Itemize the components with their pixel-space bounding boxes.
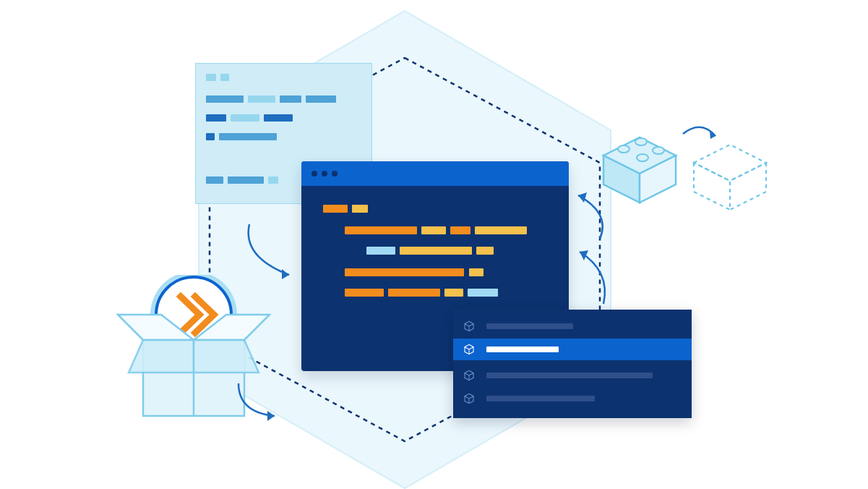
code-token xyxy=(220,74,229,81)
code-token xyxy=(345,289,384,297)
code-token xyxy=(206,177,223,184)
code-token xyxy=(476,247,494,255)
svg-marker-17 xyxy=(694,145,766,181)
cube-icon xyxy=(463,320,475,332)
svg-marker-23 xyxy=(580,250,588,260)
svg-marker-22 xyxy=(578,192,587,203)
list-item xyxy=(453,388,692,409)
code-token xyxy=(206,114,226,122)
code-token xyxy=(444,289,463,297)
svg-point-13 xyxy=(618,145,629,153)
autocomplete-popup xyxy=(453,310,692,418)
code-token xyxy=(248,95,275,103)
list-item-label xyxy=(486,346,559,352)
code-token xyxy=(231,114,259,122)
code-token xyxy=(352,205,368,213)
brick-solid-icon xyxy=(603,137,676,203)
code-token xyxy=(264,114,293,122)
svg-marker-19 xyxy=(730,163,766,210)
code-token xyxy=(468,289,498,297)
code-token xyxy=(388,289,440,297)
code-token xyxy=(345,268,464,276)
list-item-label xyxy=(486,373,653,378)
list-item xyxy=(453,365,692,386)
code-token xyxy=(421,226,446,234)
list-item xyxy=(453,315,692,337)
svg-marker-21 xyxy=(267,411,275,421)
code-token xyxy=(306,95,336,103)
code-token xyxy=(366,247,395,255)
list-item-label xyxy=(486,396,595,401)
illustration-canvas xyxy=(0,0,868,489)
cube-icon xyxy=(463,370,475,381)
svg-point-14 xyxy=(635,138,647,145)
svg-marker-8 xyxy=(129,340,194,373)
svg-marker-20 xyxy=(282,269,289,279)
code-token xyxy=(475,226,527,234)
list-item-selected xyxy=(453,339,692,360)
code-token xyxy=(206,133,215,140)
cube-icon xyxy=(463,344,475,355)
svg-point-15 xyxy=(637,154,648,161)
code-token xyxy=(268,177,278,184)
code-token xyxy=(228,177,264,184)
code-token xyxy=(280,95,301,103)
svg-marker-18 xyxy=(694,163,730,210)
code-token xyxy=(345,226,417,234)
code-token xyxy=(323,205,348,213)
flow-arrow xyxy=(239,217,311,289)
code-token xyxy=(469,268,484,276)
flow-arrow xyxy=(571,246,614,311)
code-token xyxy=(206,74,216,81)
module-bricks xyxy=(596,123,770,231)
list-item-label xyxy=(486,323,573,329)
cube-icon xyxy=(463,393,475,404)
window-dot-icon xyxy=(311,171,317,177)
flow-arrow xyxy=(571,188,614,246)
svg-marker-9 xyxy=(194,340,259,373)
svg-point-16 xyxy=(653,147,664,154)
code-token xyxy=(219,133,277,140)
window-dot-icon xyxy=(322,171,327,177)
window-dot-icon xyxy=(332,171,338,177)
editor-titlebar xyxy=(301,161,569,186)
code-token xyxy=(450,226,470,234)
brick-placeholder-icon xyxy=(694,145,766,210)
code-token xyxy=(206,95,244,103)
flow-arrow xyxy=(231,376,289,427)
code-token xyxy=(400,247,472,255)
